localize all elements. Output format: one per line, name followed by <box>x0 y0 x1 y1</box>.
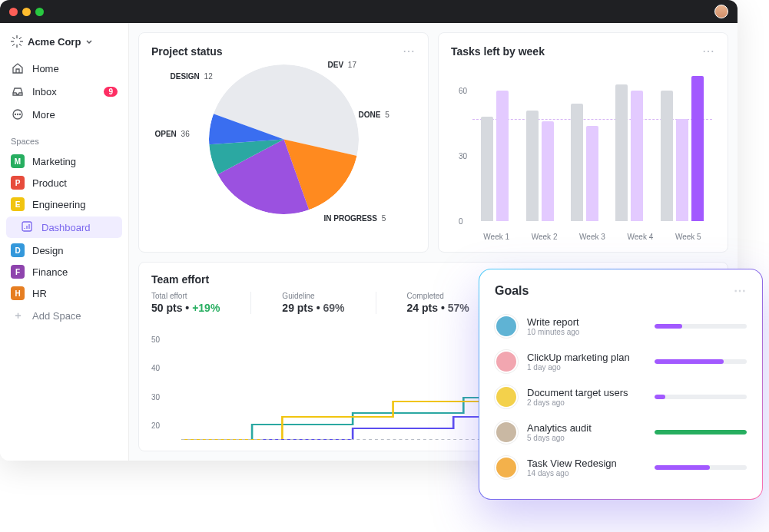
inbox-badge: 9 <box>104 87 118 97</box>
add-space-button[interactable]: ＋ Add Space <box>6 304 122 327</box>
metric-value: 50 pts • +19% <box>151 302 220 314</box>
bar <box>615 84 628 221</box>
avatar <box>495 350 518 373</box>
progress-bar <box>655 359 747 364</box>
card-menu-icon[interactable]: ⋯ <box>702 44 715 58</box>
bar <box>691 76 704 222</box>
x-label: Week 3 <box>579 233 605 241</box>
nav-inbox[interactable]: Inbox 9 <box>6 80 122 103</box>
svg-line-5 <box>19 44 22 46</box>
chevron-down-icon <box>85 38 93 45</box>
space-label: Engineering <box>32 199 85 210</box>
nav-more[interactable]: More <box>6 103 122 126</box>
space-icon: M <box>11 154 25 168</box>
pie-label: DEV 17 <box>328 61 356 69</box>
space-label: Finance <box>32 266 68 278</box>
metric: Total effort50 pts • +19% <box>151 292 251 314</box>
metric-value: 29 pts • 69% <box>282 302 344 314</box>
nav-more-label: More <box>32 109 55 121</box>
spaces-section-label: Spaces <box>6 126 122 150</box>
progress-bar <box>655 430 747 435</box>
space-icon: E <box>11 197 25 211</box>
goal-name: Document target users <box>527 387 645 398</box>
svg-line-7 <box>19 37 22 39</box>
card-menu-icon[interactable]: ⋯ <box>403 44 416 58</box>
workspace-logo-icon <box>11 35 23 48</box>
bar <box>631 91 643 221</box>
space-label: Product <box>32 177 67 189</box>
goal-row[interactable]: Write report10 minutes ago <box>495 309 747 344</box>
window-controls[interactable] <box>9 8 44 16</box>
maximize-icon[interactable] <box>35 8 44 16</box>
metric-label: Guideline <box>282 292 344 300</box>
goal-name: ClickUp marketing plan <box>527 352 645 363</box>
space-item-design[interactable]: DDesign <box>6 240 122 261</box>
card-menu-icon[interactable]: ⋯ <box>734 283 747 298</box>
goal-row[interactable]: ClickUp marketing plan1 day ago <box>495 344 747 379</box>
nav-inbox-label: Inbox <box>32 86 57 97</box>
dashboard-link[interactable]: Dashboard <box>6 216 122 238</box>
space-item-hr[interactable]: HHR <box>6 283 122 304</box>
avatar <box>495 421 518 444</box>
bar <box>676 119 688 221</box>
pie-chart: OPEN 36DESIGN 12DEV 17DONE 5IN PROGRESS … <box>209 64 359 214</box>
space-item-marketing[interactable]: MMarketing <box>6 150 122 172</box>
project-status-title: Project status <box>151 45 223 58</box>
team-effort-title: Team effort <box>151 273 209 286</box>
space-icon: F <box>11 265 25 279</box>
pie-label: OPEN 36 <box>155 130 190 138</box>
y-tick: 0 <box>459 217 463 226</box>
minimize-icon[interactable] <box>22 8 31 16</box>
svg-line-4 <box>12 37 15 39</box>
bar <box>571 104 583 221</box>
x-label: Week 1 <box>483 233 509 241</box>
goal-time: 14 days ago <box>527 469 645 477</box>
space-item-product[interactable]: PProduct <box>6 172 122 193</box>
goal-row[interactable]: Task View Redesign14 days ago <box>495 450 747 485</box>
goal-time: 2 days ago <box>527 398 645 407</box>
project-status-card: Project status ⋯ OPEN 36DESIGN 12DEV 17D… <box>138 32 429 253</box>
y-tick: 40 <box>151 364 160 372</box>
workspace-switcher[interactable]: Acme Corp <box>6 31 122 57</box>
goal-row[interactable]: Analytics audit5 days ago <box>495 415 747 450</box>
bar-chart: 03060 Week 1Week 2Week 3Week 4Week 5 <box>451 64 715 241</box>
y-tick: 20 <box>151 421 160 430</box>
dashboard-icon <box>22 221 34 233</box>
user-avatar[interactable] <box>714 5 728 18</box>
bar <box>586 126 598 221</box>
space-icon: P <box>11 176 25 190</box>
goal-row[interactable]: Document target users2 days ago <box>495 379 747 415</box>
progress-bar <box>655 395 747 399</box>
nav-home[interactable]: Home <box>6 57 122 80</box>
svg-point-9 <box>15 114 16 115</box>
add-space-label: Add Space <box>32 310 81 322</box>
y-tick: 60 <box>459 87 467 95</box>
metric-label: Total effort <box>151 292 220 300</box>
bar <box>496 91 509 221</box>
nav-home-label: Home <box>32 63 59 74</box>
goals-card: Goals ⋯ Write report10 minutes ago Click… <box>479 269 763 500</box>
goal-name: Analytics audit <box>527 422 645 434</box>
space-icon: D <box>11 243 25 257</box>
close-icon[interactable] <box>9 8 18 16</box>
space-item-engineering[interactable]: EEngineering <box>6 193 122 215</box>
home-icon <box>11 61 25 75</box>
space-item-finance[interactable]: FFinance <box>6 261 122 283</box>
avatar <box>495 456 518 479</box>
metric: Guideline29 pts • 69% <box>282 292 376 314</box>
plus-icon: ＋ <box>11 309 25 322</box>
pie-label: DONE 5 <box>359 111 389 119</box>
sidebar: Acme Corp Home Inbox 9 More Spaces MMark… <box>0 23 129 461</box>
y-tick: 30 <box>459 152 467 160</box>
goal-time: 10 minutes ago <box>527 328 645 336</box>
x-label: Week 5 <box>675 233 701 241</box>
progress-bar <box>655 324 747 329</box>
pie-label: IN PROGRESS 5 <box>324 214 386 223</box>
bar <box>661 91 673 221</box>
goal-time: 1 day ago <box>527 363 645 372</box>
avatar <box>495 385 518 408</box>
y-tick: 30 <box>151 392 160 401</box>
metric-label: Completed <box>407 292 469 300</box>
bar <box>481 117 493 221</box>
space-icon: H <box>11 286 25 300</box>
